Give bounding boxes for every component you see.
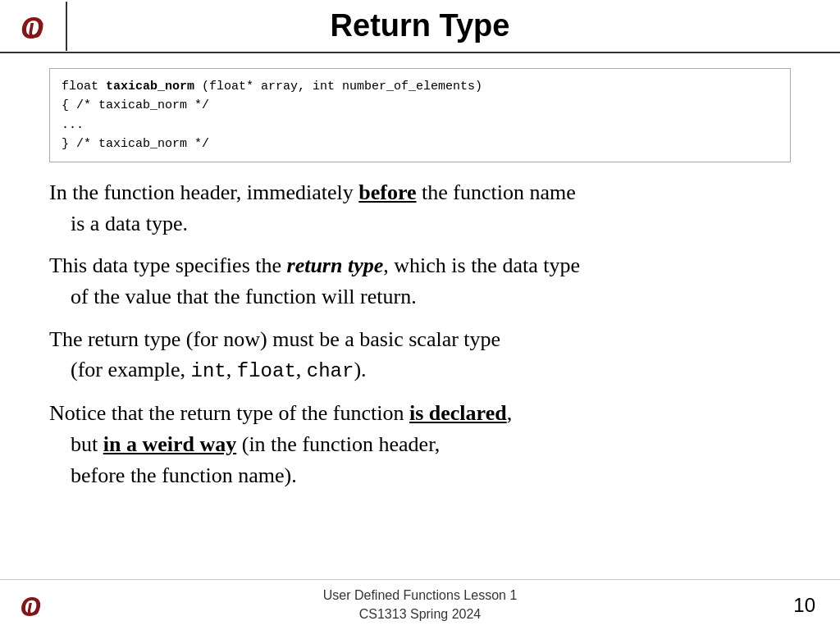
code-block: float taxicab_norm (float* array, int nu… — [49, 68, 791, 162]
code-line-4: } /* taxicab_norm */ — [62, 135, 778, 153]
svg-text:U: U — [28, 19, 43, 42]
p1-bold-underline: before — [358, 180, 416, 204]
p4-bold-underline-2: in a weird way — [103, 432, 237, 456]
p3-code-float: float — [237, 360, 296, 382]
p1-text-before: In the function header, immediately — [49, 180, 358, 204]
code-line-2: { /* taxicab_norm */ — [62, 96, 778, 115]
code-keyword-float: float — [62, 80, 106, 94]
main-content: float taxicab_norm (float* array, int nu… — [0, 53, 840, 510]
paragraph-3: The return type (for now) must be a basi… — [49, 324, 791, 386]
paragraph-1: In the function header, immediately befo… — [49, 177, 791, 239]
p3-sep2: , — [296, 358, 307, 381]
code-line-3: ... — [62, 116, 778, 135]
p4-bold-underline-1: is declared — [409, 401, 507, 425]
footer-line1: User Defined Functions Lesson 1 — [323, 587, 518, 605]
ou-logo: O U — [16, 6, 57, 47]
footer-text: User Defined Functions Lesson 1 CS1313 S… — [323, 587, 518, 623]
p3-text-after: ). — [354, 358, 366, 381]
footer: O U User Defined Functions Lesson 1 CS13… — [0, 579, 840, 630]
footer-page-number: 10 — [793, 594, 815, 617]
p4-text-before: Notice that the return type of the funct… — [49, 401, 409, 425]
footer-line2: CS1313 Spring 2024 — [323, 605, 518, 623]
svg-text:U: U — [27, 599, 41, 619]
code-line-1: float taxicab_norm (float* array, int nu… — [62, 77, 778, 96]
paragraph-2: This data type specifies the return type… — [49, 250, 791, 312]
p3-code-char: char — [307, 360, 354, 382]
paragraph-4: Notice that the return type of the funct… — [49, 398, 791, 491]
p3-code-int: int — [191, 360, 226, 382]
p2-text-before: This data type specifies the — [49, 253, 287, 277]
p2-italic-bold: return type — [287, 253, 384, 277]
page-title: Return Type — [16, 8, 824, 43]
header: O U Return Type — [0, 0, 840, 53]
code-params: (float* array, int number_of_elements) — [194, 80, 482, 94]
footer-ou-logo: O U — [16, 587, 53, 623]
header-logo-area: O U — [16, 2, 67, 51]
code-function-name: taxicab_norm — [106, 80, 194, 94]
p3-sep1: , — [226, 358, 237, 381]
header-divider — [66, 2, 67, 51]
